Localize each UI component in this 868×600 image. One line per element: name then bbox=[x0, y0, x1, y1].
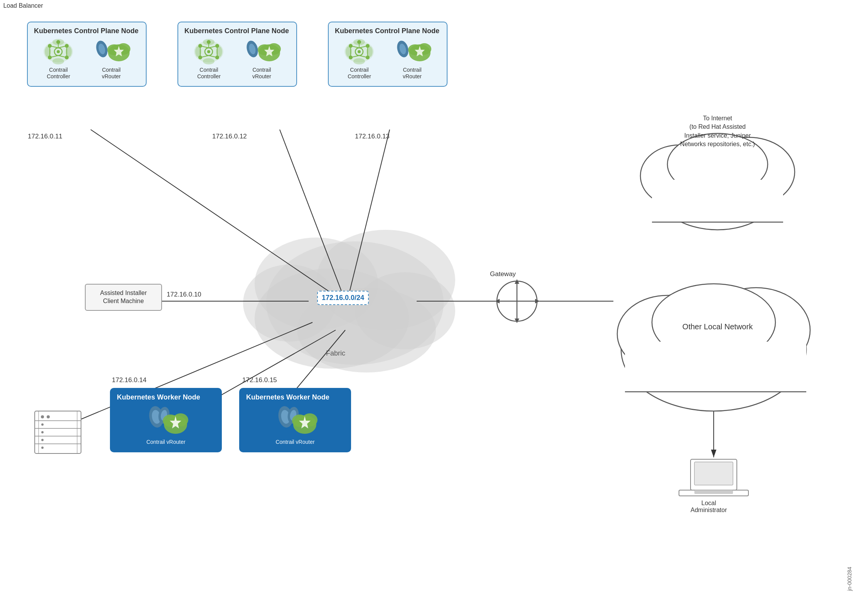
contrail-controller-icon-3 bbox=[343, 38, 376, 65]
svg-rect-30 bbox=[652, 180, 783, 222]
cp3-vrouter-group: ContrailvRouter bbox=[392, 38, 432, 80]
fabric-label: Fabric bbox=[326, 349, 345, 357]
contrail-controller-icon-2 bbox=[193, 38, 225, 65]
svg-point-72 bbox=[66, 46, 72, 57]
wn1-title: Kubernetes Worker Node bbox=[117, 393, 215, 401]
contrail-controller-icon-1 bbox=[42, 38, 75, 65]
cp3-ip: 172.16.0.13 bbox=[355, 133, 390, 140]
worker-node-2: Kubernetes Worker Node Contrail vRouter bbox=[239, 388, 351, 452]
network-center-label: 172.16.0.0/24 bbox=[317, 291, 369, 305]
worker-vrouter-icon-2 bbox=[272, 404, 318, 437]
assisted-installer-ip: 172.16.0.10 bbox=[167, 291, 201, 298]
svg-point-83 bbox=[207, 50, 210, 53]
svg-point-46 bbox=[41, 423, 44, 426]
cp3-title: Kubernetes Control Plane Node bbox=[335, 27, 441, 35]
svg-point-71 bbox=[45, 46, 51, 57]
cp-node-3: Kubernetes Control Plane Node bbox=[328, 22, 448, 87]
other-local-network-label: Other Local Network bbox=[656, 322, 779, 331]
wn2-vrouter-group: Contrail vRouter bbox=[272, 404, 318, 445]
svg-rect-53 bbox=[694, 462, 733, 485]
wn1-vrouter-label: Contrail vRouter bbox=[146, 439, 185, 445]
wn2-vrouter-label: Contrail vRouter bbox=[275, 439, 314, 445]
gateway-label: Gateway bbox=[490, 270, 516, 278]
cp1-vrouter-group: ContrailvRouter bbox=[91, 38, 132, 80]
svg-point-97 bbox=[216, 46, 222, 57]
svg-point-48 bbox=[41, 439, 44, 441]
svg-point-74 bbox=[52, 39, 64, 45]
cp2-title: Kubernetes Control Plane Node bbox=[184, 27, 290, 35]
assisted-installer-label: Assisted InstallerClient Machine bbox=[92, 289, 155, 305]
to-internet-label: To Internet(to Red Hat AssistedInstaller… bbox=[675, 114, 760, 149]
wn2-title: Kubernetes Worker Node bbox=[246, 393, 344, 401]
svg-point-49 bbox=[41, 447, 44, 449]
assisted-installer-box: Assisted InstallerClient Machine bbox=[85, 284, 162, 311]
diagram-container: Kubernetes Control Plane Node bbox=[0, 2, 868, 600]
contrail-vrouter-icon-1 bbox=[91, 38, 132, 65]
cp2-vrouter-group: ContrailvRouter bbox=[241, 38, 282, 80]
svg-point-58 bbox=[57, 50, 60, 53]
worker-vrouter-icon-1 bbox=[143, 404, 189, 437]
svg-point-122 bbox=[366, 46, 373, 57]
svg-point-108 bbox=[358, 50, 361, 53]
svg-point-124 bbox=[353, 39, 365, 45]
cp3-vrouter-label: ContrailvRouter bbox=[403, 67, 422, 80]
cp3-controller-group: ContrailController bbox=[343, 38, 376, 80]
cp2-ip: 172.16.0.12 bbox=[212, 133, 247, 140]
svg-rect-55 bbox=[694, 490, 733, 494]
local-admin-label: LocalAdministrator bbox=[691, 500, 727, 514]
svg-point-44 bbox=[41, 415, 44, 418]
wn2-ip: 172.16.0.15 bbox=[242, 376, 277, 384]
cp1-controller-group: ContrailController bbox=[42, 38, 75, 80]
svg-point-121 bbox=[346, 46, 352, 57]
svg-point-73 bbox=[52, 58, 64, 64]
contrail-vrouter-icon-2 bbox=[241, 38, 282, 65]
cp-node-1: Kubernetes Control Plane Node bbox=[27, 22, 147, 87]
cp1-controller-label: ContrailController bbox=[47, 67, 70, 80]
svg-point-96 bbox=[195, 46, 201, 57]
worker-node-1: Kubernetes Worker Node Contrail vRouter bbox=[110, 388, 222, 452]
doc-id: jn-000284 bbox=[846, 567, 853, 591]
cp2-controller-group: ContrailController bbox=[193, 38, 225, 80]
cp2-controller-label: ContrailController bbox=[197, 67, 221, 80]
svg-point-98 bbox=[203, 58, 214, 64]
cp1-title: Kubernetes Control Plane Node bbox=[34, 27, 140, 35]
cp1-vrouter-label: ContrailvRouter bbox=[102, 67, 121, 80]
cp2-vrouter-label: ContrailvRouter bbox=[252, 67, 271, 80]
cp3-controller-label: ContrailController bbox=[348, 67, 371, 80]
svg-rect-24 bbox=[625, 342, 806, 392]
svg-point-45 bbox=[47, 415, 50, 418]
svg-point-99 bbox=[203, 39, 214, 45]
svg-line-7 bbox=[91, 130, 343, 301]
svg-point-47 bbox=[41, 431, 44, 433]
contrail-vrouter-icon-3 bbox=[392, 38, 432, 65]
cp-node-2: Kubernetes Control Plane Node bbox=[177, 22, 297, 87]
wn1-vrouter-group: Contrail vRouter bbox=[143, 404, 189, 445]
svg-point-6 bbox=[355, 272, 455, 349]
wn1-ip: 172.16.0.14 bbox=[112, 376, 147, 384]
cp1-ip: 172.16.0.11 bbox=[28, 133, 62, 140]
svg-point-123 bbox=[353, 58, 365, 64]
